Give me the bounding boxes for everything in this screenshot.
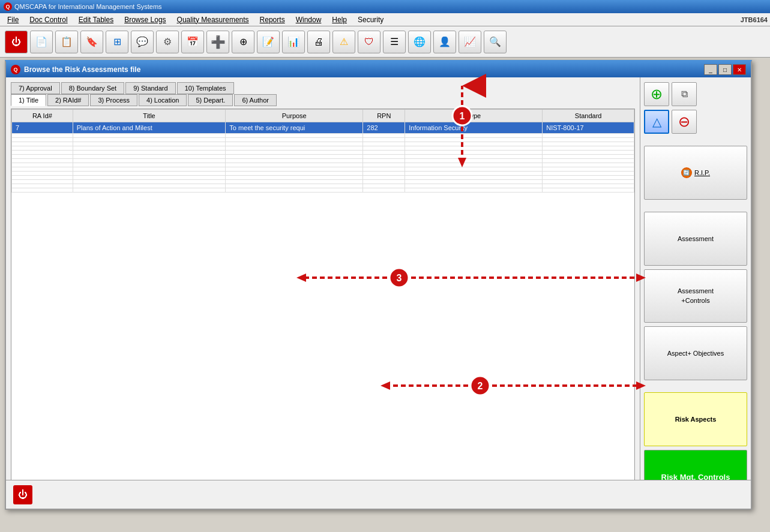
toolbar-gear-button[interactable]: ⚙ bbox=[156, 31, 179, 53]
toolbar-chart-button[interactable]: 📊 bbox=[282, 31, 305, 53]
right-panel: ⊕ ⧉ △ ⊖ 🔄 bbox=[640, 77, 751, 509]
menu-bar: File Doc Control Edit Tables Browse Logs… bbox=[0, 13, 770, 26]
table-row[interactable] bbox=[12, 167, 634, 172]
table-row[interactable] bbox=[12, 146, 634, 151]
toolbar-warning-button[interactable]: ⚠ bbox=[332, 31, 355, 53]
table-row[interactable] bbox=[12, 138, 634, 142]
tab-author[interactable]: 6) Author bbox=[234, 94, 277, 106]
tab-boundary-set[interactable]: 8) Boundary Set bbox=[61, 82, 125, 94]
rip-icon: 🔄 bbox=[681, 167, 692, 178]
edit-record-button[interactable]: △ bbox=[644, 110, 669, 134]
footer-power-button[interactable]: ⏻ bbox=[13, 485, 32, 504]
add-copy-row: ⊕ ⧉ bbox=[644, 82, 747, 106]
app-icon: Q bbox=[4, 2, 12, 11]
tab-location[interactable]: 4) Location bbox=[139, 94, 187, 106]
risk-aspects-button[interactable]: Risk Aspects bbox=[644, 392, 747, 446]
tab-raid[interactable]: 2) RAId# bbox=[47, 94, 89, 106]
toolbar-grid-button[interactable]: ⊞ bbox=[106, 31, 128, 53]
menu-browse-logs[interactable]: Browse Logs bbox=[119, 14, 170, 25]
toolbar-shield-button[interactable]: 🛡 bbox=[358, 31, 380, 53]
table-row[interactable] bbox=[12, 188, 634, 193]
tab-title[interactable]: 1) Title bbox=[11, 94, 46, 106]
assessment-button[interactable]: Assessment bbox=[644, 212, 747, 266]
menu-security[interactable]: Security bbox=[353, 14, 388, 25]
aspect-objectives-button[interactable]: Aspect+ Objectives bbox=[644, 326, 747, 380]
toolbar-pdf-button[interactable]: 📋 bbox=[55, 31, 78, 53]
toolbar-power-button[interactable]: ⏻ bbox=[5, 31, 28, 53]
tab-row-1: 7) Approval 8) Boundary Set 9) Standard … bbox=[11, 82, 635, 94]
delete-record-button[interactable]: ⊖ bbox=[672, 110, 697, 134]
rip-label: R.I.P. bbox=[694, 169, 710, 176]
dialog-body: 7) Approval 8) Boundary Set 9) Standard … bbox=[6, 77, 751, 509]
spacer3 bbox=[644, 384, 747, 389]
dialog-minimize-button[interactable]: _ bbox=[704, 64, 717, 75]
table-row[interactable] bbox=[12, 134, 634, 138]
table-row[interactable]: 7 Plans of Action and Milest To meet the… bbox=[12, 122, 634, 134]
col-header-title[interactable]: Title bbox=[73, 110, 225, 122]
toolbar-chat-button[interactable]: 💬 bbox=[131, 31, 154, 53]
menu-help[interactable]: Help bbox=[327, 14, 352, 25]
toolbar-user-button[interactable]: 👤 bbox=[433, 31, 456, 53]
toolbar-lifering-button[interactable]: ⊕ bbox=[232, 31, 254, 53]
col-header-rpn[interactable]: RPN bbox=[363, 110, 405, 122]
menu-doc-control[interactable]: Doc Control bbox=[25, 14, 72, 25]
menu-window[interactable]: Window bbox=[291, 14, 326, 25]
toolbar-zoom-button[interactable]: 🔍 bbox=[484, 31, 507, 53]
toolbar-calendar-button[interactable]: 📅 bbox=[181, 31, 204, 53]
tab-templates[interactable]: 10) Templates bbox=[177, 82, 234, 94]
dialog-maximize-button[interactable]: □ bbox=[718, 64, 732, 75]
risk-aspects-label: Risk Aspects bbox=[675, 416, 717, 423]
copy-record-button[interactable]: ⧉ bbox=[672, 82, 697, 106]
data-table: RA Id# Title Purpose RPN Type Standard 7 bbox=[11, 109, 634, 193]
table-row[interactable] bbox=[12, 184, 634, 188]
copy-icon: ⧉ bbox=[681, 89, 688, 100]
table-row[interactable] bbox=[12, 180, 634, 184]
col-header-raid[interactable]: RA Id# bbox=[12, 110, 73, 122]
menu-edit-tables[interactable]: Edit Tables bbox=[74, 14, 118, 25]
assessment-controls-button[interactable]: Assessment +Controls bbox=[644, 269, 747, 323]
table-row[interactable] bbox=[12, 176, 634, 180]
toolbar-list-button[interactable]: ☰ bbox=[383, 31, 406, 53]
table-row[interactable] bbox=[12, 142, 634, 146]
toolbar-globe2-button[interactable]: 🌐 bbox=[408, 31, 431, 53]
col-header-standard[interactable]: Standard bbox=[543, 110, 634, 122]
tab-approval[interactable]: 7) Approval bbox=[11, 82, 60, 94]
dialog-window: Q Browse the Risk Assessments file _ □ ✕… bbox=[5, 60, 752, 510]
tab-process[interactable]: 3) Process bbox=[90, 94, 137, 106]
tab-standard[interactable]: 9) Standard bbox=[125, 82, 175, 94]
dialog-close-button[interactable]: ✕ bbox=[733, 64, 746, 75]
spacer1 bbox=[644, 137, 747, 142]
toolbar-bookmark-button[interactable]: 🔖 bbox=[80, 31, 103, 53]
dialog-footer: ⏻ bbox=[6, 480, 751, 509]
edit-icon: △ bbox=[652, 115, 661, 129]
menu-quality-measurements[interactable]: Quality Measurements bbox=[172, 14, 254, 25]
power-icon: ⏻ bbox=[18, 489, 28, 500]
toolbar-plus-button[interactable]: ➕ bbox=[206, 31, 229, 53]
user-id: JTB6164 bbox=[741, 16, 768, 23]
tab-depart[interactable]: 5) Depart. bbox=[188, 94, 233, 106]
dialog-title: Browse the Risk Assessments file bbox=[24, 65, 140, 74]
main-area: Q Browse the Risk Assessments file _ □ ✕… bbox=[0, 58, 770, 532]
toolbar-note-button[interactable]: 📝 bbox=[257, 31, 280, 53]
toolbar-print-button[interactable]: 🖨 bbox=[307, 31, 330, 53]
rip-button[interactable]: 🔄 R.I.P. bbox=[644, 146, 747, 200]
col-header-type[interactable]: Type bbox=[405, 110, 543, 122]
toolbar-doc-button[interactable]: 📄 bbox=[30, 31, 53, 53]
table-row[interactable] bbox=[12, 159, 634, 163]
data-table-container: RA Id# Title Purpose RPN Type Standard 7 bbox=[11, 109, 635, 494]
cell-raid: 7 bbox=[12, 122, 73, 134]
col-header-purpose[interactable]: Purpose bbox=[226, 110, 363, 122]
table-row[interactable] bbox=[12, 155, 634, 159]
toolbar-trend-button[interactable]: 📈 bbox=[459, 31, 481, 53]
add-icon: ⊕ bbox=[651, 86, 663, 103]
cell-rpn: 282 bbox=[363, 122, 405, 134]
table-row[interactable] bbox=[12, 163, 634, 167]
dialog-icon: Q bbox=[11, 65, 20, 74]
add-record-button[interactable]: ⊕ bbox=[644, 82, 669, 106]
table-row[interactable] bbox=[12, 172, 634, 176]
menu-reports[interactable]: Reports bbox=[255, 14, 290, 25]
cell-type: Information Security bbox=[405, 122, 543, 134]
table-row[interactable] bbox=[12, 151, 634, 155]
assessment-controls-label: Assessment +Controls bbox=[678, 287, 714, 305]
menu-file[interactable]: File bbox=[2, 14, 23, 25]
